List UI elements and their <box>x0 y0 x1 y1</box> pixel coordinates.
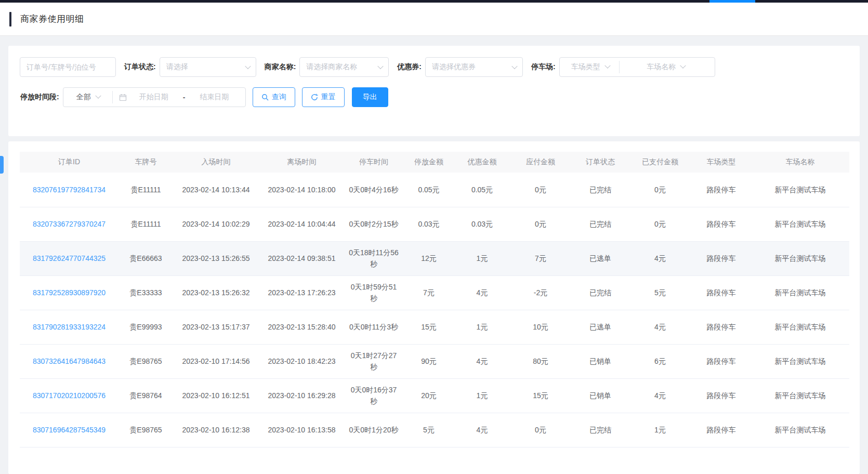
table-cell: 路段停车 <box>691 413 751 447</box>
table-row: 831790281933193224贵E999932023-02-13 15:1… <box>20 310 849 344</box>
table-cell: 1元 <box>455 241 509 275</box>
table-cell: 10元 <box>509 310 572 344</box>
table-cell: 路段停车 <box>691 207 751 241</box>
chevron-down-icon <box>378 63 384 69</box>
table-cell: 贵E33333 <box>119 275 173 310</box>
table-cell: 路段停车 <box>691 378 751 413</box>
merchant-select[interactable]: 请选择商家名称 <box>299 57 389 77</box>
table-cell: 路段停车 <box>691 310 751 344</box>
order-status-select[interactable]: 请选择 <box>160 57 256 77</box>
table-cell: 2023-02-14 09:38:51 <box>259 241 345 275</box>
table-cell: 0.05元 <box>455 173 509 207</box>
table-cell: 新平台测试车场 <box>751 173 849 207</box>
parking-lot-combined-select: 车场类型 车场名称 <box>559 57 715 77</box>
time-preset-select[interactable]: 全部 <box>64 88 112 107</box>
table-cell: 新平台测试车场 <box>751 310 849 344</box>
table-cell: 2023-02-10 16:12:51 <box>173 378 259 413</box>
drawer-handle[interactable] <box>0 156 4 174</box>
table-header-row: 订单ID车牌号入场时间离场时间停车时间停放金额优惠金额应付金额订单状态已支付金额… <box>20 152 849 173</box>
order-status-label: 订单状态: <box>124 62 156 72</box>
column-header: 优惠金额 <box>455 152 509 173</box>
table-cell: 15元 <box>403 310 455 344</box>
column-header: 入场时间 <box>173 152 259 173</box>
table-row: 832076197792841734贵E111112023-02-14 10:1… <box>20 173 849 207</box>
chevron-down-icon <box>604 63 610 69</box>
table-cell: 新平台测试车场 <box>751 241 849 275</box>
table-cell: 0.05元 <box>403 173 455 207</box>
cell-order-id: 831792624770744325 <box>20 241 119 275</box>
table-cell: 0天18时11分56秒 <box>345 241 403 275</box>
table-cell: 已完结 <box>572 275 629 310</box>
table-cell: 4元 <box>455 275 509 310</box>
table-cell: 7元 <box>403 275 455 310</box>
table-cell: 路段停车 <box>691 241 751 275</box>
table-row: 831792528930897920贵E333332023-02-13 15:2… <box>20 275 849 310</box>
table-cell: 贵E11111 <box>119 173 173 207</box>
coupon-select[interactable]: 请选择优惠券 <box>425 57 523 77</box>
export-button[interactable]: 导出 <box>352 87 388 107</box>
cell-order-id: 831790281933193224 <box>20 310 119 344</box>
table-cell: 0元 <box>509 173 572 207</box>
keyword-input[interactable] <box>20 57 116 77</box>
lot-name-select[interactable]: 车场名称 <box>620 58 713 76</box>
table-cell: 80元 <box>509 344 572 378</box>
start-date-input[interactable]: 开始日期 <box>131 93 177 102</box>
cell-order-id: 830716964287545349 <box>20 413 119 447</box>
order-id-link[interactable]: 830717020210200576 <box>33 391 106 400</box>
table-cell: 90元 <box>403 344 455 378</box>
order-id-link[interactable]: 832076197792841734 <box>33 186 106 194</box>
table-cell: 12元 <box>403 241 455 275</box>
time-range-picker: 全部 开始日期 - 结束日期 <box>63 87 246 107</box>
end-date-input[interactable]: 结束日期 <box>191 93 237 102</box>
order-id-link[interactable]: 832073367279370247 <box>33 220 106 228</box>
order-id-link[interactable]: 831792624770744325 <box>33 254 106 262</box>
table-cell: 4元 <box>629 310 691 344</box>
order-id-link[interactable]: 831790281933193224 <box>33 323 106 331</box>
table-cell: 0天0时2分15秒 <box>345 207 403 241</box>
page-title: 商家券使用明细 <box>20 13 84 25</box>
table-cell: 2023-02-14 10:18:00 <box>259 173 345 207</box>
table-cell: 1元 <box>455 378 509 413</box>
date-range-separator: - <box>183 93 186 101</box>
table-cell: 2023-02-10 17:14:56 <box>173 344 259 378</box>
table-cell: 0天0时16分37秒 <box>345 378 403 413</box>
results-panel: 订单ID车牌号入场时间离场时间停车时间停放金额优惠金额应付金额订单状态已支付金额… <box>8 141 860 474</box>
calendar-icon <box>119 94 127 101</box>
table-cell: 贵E98765 <box>119 344 173 378</box>
order-id-link[interactable]: 830732641647984643 <box>33 357 106 365</box>
column-header: 离场时间 <box>259 152 345 173</box>
table-cell: 路段停车 <box>691 275 751 310</box>
table-cell: 贵E98764 <box>119 378 173 413</box>
table-cell: 新平台测试车场 <box>751 344 849 378</box>
table-cell: 0.03元 <box>403 207 455 241</box>
table-cell: 2023-02-10 16:13:58 <box>259 413 345 447</box>
table-cell: 4元 <box>455 413 509 447</box>
page-header: 商家券使用明细 <box>0 3 868 36</box>
table-cell: 新平台测试车场 <box>751 413 849 447</box>
browser-top-strip <box>0 0 868 3</box>
table-cell: 0.03元 <box>455 207 509 241</box>
order-id-link[interactable]: 830716964287545349 <box>33 426 106 434</box>
table-cell: 贵E11111 <box>119 207 173 241</box>
search-button[interactable]: 查询 <box>253 87 295 107</box>
table-cell: 新平台测试车场 <box>751 275 849 310</box>
table-cell: 2023-02-13 17:26:23 <box>259 275 345 310</box>
table-cell: 4元 <box>629 241 691 275</box>
lot-type-select[interactable]: 车场类型 <box>562 58 619 76</box>
reset-button[interactable]: 重置 <box>302 87 345 107</box>
table-cell: 2023-02-13 15:17:37 <box>173 310 259 344</box>
table-cell: 5元 <box>629 275 691 310</box>
table-cell: 2023-02-14 10:02:29 <box>173 207 259 241</box>
refresh-icon <box>311 94 318 101</box>
table-cell: 已销单 <box>572 344 629 378</box>
table-cell: 0元 <box>509 413 572 447</box>
order-id-link[interactable]: 831792528930897920 <box>33 288 106 297</box>
column-header: 已支付金额 <box>629 152 691 173</box>
table-cell: 0天1时59分51秒 <box>345 275 403 310</box>
chevron-down-icon <box>511 63 517 69</box>
cell-order-id: 832076197792841734 <box>20 173 119 207</box>
cell-order-id: 830717020210200576 <box>20 378 119 413</box>
table-cell: 新平台测试车场 <box>751 207 849 241</box>
cell-order-id: 832073367279370247 <box>20 207 119 241</box>
column-header: 停车时间 <box>345 152 403 173</box>
